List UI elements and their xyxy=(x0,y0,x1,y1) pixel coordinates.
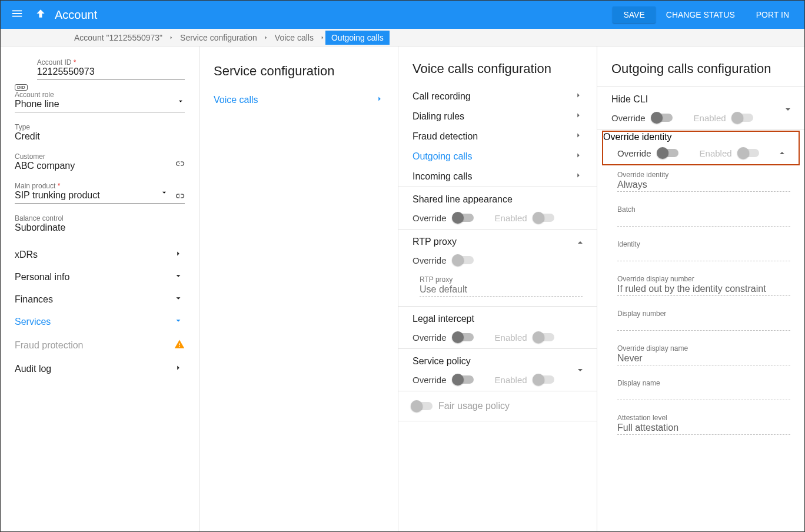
shared-line-header: Shared line appearance xyxy=(398,187,597,207)
voice-calls-panel: Voice calls configuration Call recording… xyxy=(398,46,597,531)
override-display-name-label: Override display name xyxy=(617,344,688,353)
rtp-proxy-value[interactable]: Use default xyxy=(420,284,583,297)
port-in-button[interactable]: PORT IN xyxy=(746,6,800,23)
chevron-right-icon xyxy=(263,32,269,43)
attestation-level-value[interactable]: Full attestation xyxy=(617,423,790,435)
service-config-panel: Service configuration Voice calls xyxy=(199,46,398,531)
did-badge: DID xyxy=(15,84,28,91)
customer-value: ABC company xyxy=(15,161,75,171)
account-panel: DID Account ID * 12125550973 Account rol… xyxy=(1,46,199,531)
nav-audit-log[interactable]: Audit log xyxy=(15,358,185,380)
override-identity-label: Override identity xyxy=(617,171,668,179)
fair-usage-toggle[interactable] xyxy=(413,402,433,410)
nav-finances[interactable]: Finances xyxy=(15,288,185,311)
chevron-right-icon xyxy=(320,32,325,43)
hidecli-override-label: Override xyxy=(611,113,646,123)
account-id-field[interactable]: 12125550973 xyxy=(37,66,185,80)
save-button[interactable]: SAVE xyxy=(613,6,655,23)
sla-override-label: Override xyxy=(413,213,447,223)
service-config-title: Service configuration xyxy=(214,61,384,90)
type-value: Credit xyxy=(15,131,40,141)
back-button[interactable] xyxy=(29,3,52,26)
batch-value[interactable] xyxy=(617,214,790,227)
menu-button[interactable] xyxy=(5,3,29,26)
display-name-value[interactable] xyxy=(617,388,790,400)
account-role-label: Account role xyxy=(15,91,185,99)
display-name-label: Display name xyxy=(617,379,660,387)
breadcrumb: Account "12125550973" Service configurat… xyxy=(1,29,804,46)
incoming-calls-row[interactable]: Incoming calls xyxy=(398,167,597,187)
hide-cli-header: Hide CLI xyxy=(597,87,804,107)
menu-icon xyxy=(11,7,24,22)
chevron-down-icon xyxy=(174,294,185,305)
ovid-enabled-toggle[interactable] xyxy=(739,149,759,157)
collapse-icon[interactable] xyxy=(576,238,585,250)
app-header: Account SAVE CHANGE STATUS PORT IN xyxy=(1,1,804,29)
account-role-select[interactable]: Phone line xyxy=(15,99,185,112)
legal-override-toggle[interactable] xyxy=(454,333,474,341)
arrow-up-icon xyxy=(35,8,46,22)
breadcrumb-account[interactable]: Account "12125550973" xyxy=(68,31,168,45)
outgoing-config-title: Outgoing calls configuration xyxy=(597,46,804,87)
chevron-right-icon xyxy=(174,364,185,374)
chevron-right-icon xyxy=(574,111,583,122)
balance-control-label: Balance control xyxy=(15,214,185,222)
hidecli-override-toggle[interactable] xyxy=(653,114,673,122)
override-display-name-value[interactable]: Never xyxy=(617,353,790,365)
warning-icon xyxy=(174,339,185,352)
hidecli-enabled-label: Enabled xyxy=(694,113,726,123)
identity-label: Identity xyxy=(617,240,640,248)
voice-calls-link[interactable]: Voice calls xyxy=(214,90,384,110)
expand-icon[interactable] xyxy=(576,365,585,377)
outgoing-calls-panel: Outgoing calls configuration Hide CLI Ov… xyxy=(597,46,804,531)
breadcrumb-voice-calls[interactable]: Voice calls xyxy=(269,31,320,45)
product-link-icon[interactable] xyxy=(174,191,185,204)
rtp-override-toggle[interactable] xyxy=(454,256,474,264)
breadcrumb-service-config[interactable]: Service configuration xyxy=(174,31,263,45)
ovid-enabled-label: Enabled xyxy=(700,148,732,158)
outgoing-calls-row[interactable]: Outgoing calls xyxy=(398,147,597,167)
override-display-number-value[interactable]: If ruled out by the identity constraint xyxy=(617,284,790,296)
collapse-icon[interactable] xyxy=(777,148,787,160)
breadcrumb-outgoing-calls[interactable]: Outgoing calls xyxy=(325,31,390,45)
nav-services[interactable]: Services xyxy=(15,311,185,333)
fraud-detection-row[interactable]: Fraud detection xyxy=(398,127,597,147)
ovid-override-label: Override xyxy=(617,148,651,158)
sla-enabled-label: Enabled xyxy=(495,213,527,223)
policy-override-toggle[interactable] xyxy=(454,375,474,384)
main-product-label: Main product xyxy=(15,182,55,190)
override-identity-value[interactable]: Always xyxy=(617,179,790,192)
policy-enabled-toggle[interactable] xyxy=(534,375,554,384)
fair-usage-label: Fair usage policy xyxy=(438,401,510,411)
hidecli-enabled-toggle[interactable] xyxy=(733,114,753,122)
identity-value[interactable] xyxy=(617,249,790,261)
call-recording-row[interactable]: Call recording xyxy=(398,87,597,107)
legal-enabled-toggle[interactable] xyxy=(534,333,554,341)
customer-link-icon[interactable] xyxy=(174,158,185,171)
main-product-select[interactable]: SIP trunking product xyxy=(15,190,185,204)
batch-label: Batch xyxy=(617,205,636,214)
legal-intercept-header: Legal intercept xyxy=(398,307,597,327)
sla-override-toggle[interactable] xyxy=(454,214,474,222)
chevron-right-icon xyxy=(168,32,174,43)
chevron-right-icon xyxy=(174,250,185,260)
change-status-button[interactable]: CHANGE STATUS xyxy=(656,6,746,23)
chevron-right-icon xyxy=(574,151,583,162)
display-number-label: Display number xyxy=(617,310,666,318)
service-policy-header: Service policy xyxy=(398,349,597,369)
voice-config-title: Voice calls configuration xyxy=(398,46,597,87)
chevron-right-icon xyxy=(574,171,583,182)
nav-xdrs[interactable]: xDRs xyxy=(15,244,185,266)
balance-control-value: Subordinate xyxy=(15,222,65,232)
sla-enabled-toggle[interactable] xyxy=(534,214,554,222)
expand-icon[interactable] xyxy=(783,105,793,117)
display-number-value[interactable] xyxy=(617,318,790,331)
chevron-down-icon xyxy=(174,272,185,282)
rtp-proxy-header: RTP proxy xyxy=(398,230,597,250)
ovid-override-toggle[interactable] xyxy=(658,149,678,157)
policy-override-label: Override xyxy=(413,375,447,385)
nav-fraud-protection[interactable]: Fraud protection xyxy=(15,333,185,358)
nav-personal-info[interactable]: Personal info xyxy=(15,266,185,288)
dialing-rules-row[interactable]: Dialing rules xyxy=(398,107,597,127)
attestation-level-label: Attestation level xyxy=(617,414,667,422)
